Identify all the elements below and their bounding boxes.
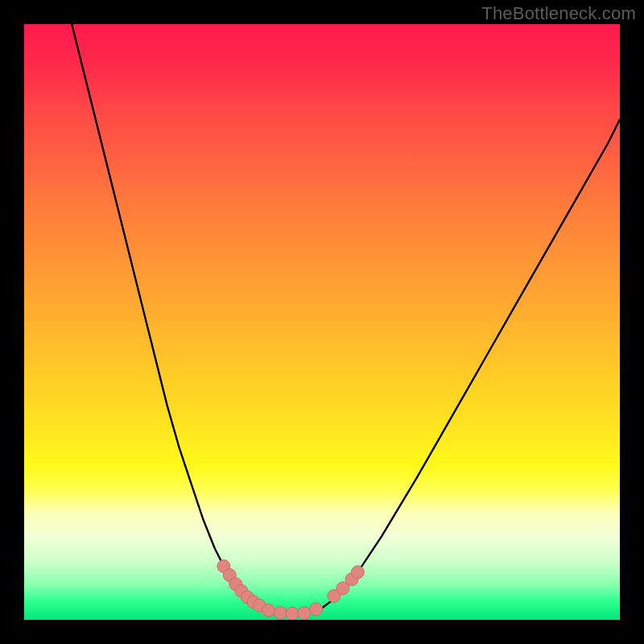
data-point <box>262 604 275 617</box>
data-point <box>274 606 287 619</box>
bottleneck-curve <box>72 24 620 614</box>
watermark-text: TheBottleneck.com <box>481 3 636 24</box>
data-point <box>351 566 364 579</box>
curve-layer <box>24 24 620 620</box>
data-markers <box>217 559 365 620</box>
data-point <box>310 603 323 616</box>
plot-area <box>24 24 620 620</box>
chart-frame: TheBottleneck.com <box>0 0 644 644</box>
data-point <box>298 606 311 619</box>
data-point <box>286 607 299 620</box>
